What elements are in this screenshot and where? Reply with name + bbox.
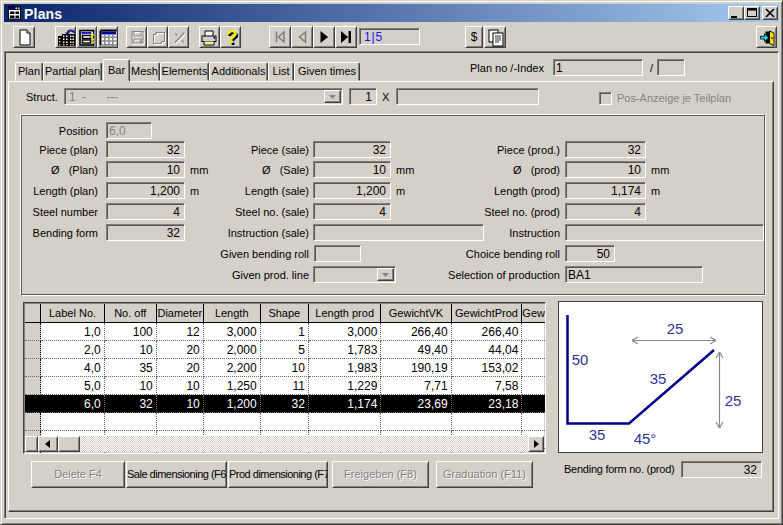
svg-text:45°: 45° xyxy=(634,430,657,447)
svg-text:35: 35 xyxy=(650,370,667,387)
svg-text:25: 25 xyxy=(725,392,742,409)
svg-text:35: 35 xyxy=(589,426,606,443)
svg-text:25: 25 xyxy=(667,320,684,337)
svg-text:50: 50 xyxy=(572,351,589,368)
